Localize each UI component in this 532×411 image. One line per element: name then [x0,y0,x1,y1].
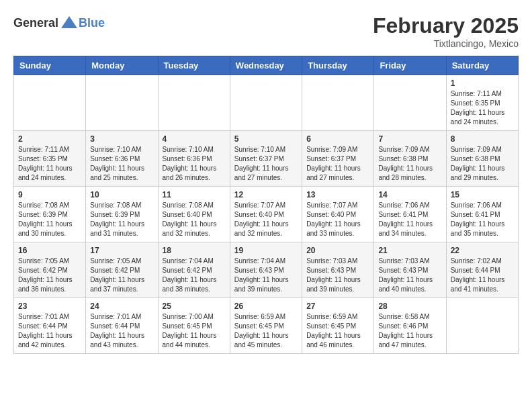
day-info: Sunrise: 7:07 AM Sunset: 6:40 PM Dayligh… [234,201,298,238]
calendar-cell: 5Sunrise: 7:10 AM Sunset: 6:37 PM Daylig… [230,131,302,187]
day-info: Sunrise: 7:00 AM Sunset: 6:45 PM Dayligh… [163,312,226,350]
calendar-cell [374,75,446,131]
day-info: Sunrise: 7:08 AM Sunset: 6:39 PM Dayligh… [18,201,81,238]
day-info: Sunrise: 7:06 AM Sunset: 6:41 PM Dayligh… [451,201,514,238]
calendar-cell: 16Sunrise: 7:05 AM Sunset: 6:42 PM Dayli… [14,242,86,298]
day-info: Sunrise: 7:10 AM Sunset: 6:37 PM Dayligh… [234,145,298,183]
day-number: 28 [378,302,441,311]
day-info: Sunrise: 7:08 AM Sunset: 6:40 PM Dayligh… [163,201,226,238]
calendar-header-friday: Friday [374,56,446,75]
calendar-cell: 13Sunrise: 7:07 AM Sunset: 6:40 PM Dayli… [302,187,374,242]
day-number: 23 [18,302,81,311]
calendar-cell: 7Sunrise: 7:09 AM Sunset: 6:38 PM Daylig… [374,131,446,187]
day-info: Sunrise: 7:11 AM Sunset: 6:35 PM Dayligh… [18,145,81,183]
day-info: Sunrise: 7:04 AM Sunset: 6:43 PM Dayligh… [234,257,298,294]
svg-marker-0 [61,16,77,28]
calendar-header-monday: Monday [86,56,158,75]
day-info: Sunrise: 7:07 AM Sunset: 6:40 PM Dayligh… [306,201,369,238]
calendar-cell: 26Sunrise: 6:59 AM Sunset: 6:45 PM Dayli… [230,298,302,354]
calendar-cell: 12Sunrise: 7:07 AM Sunset: 6:40 PM Dayli… [230,187,302,242]
calendar-cell: 23Sunrise: 7:01 AM Sunset: 6:44 PM Dayli… [14,298,86,354]
day-number: 26 [234,302,298,311]
day-number: 12 [234,190,298,199]
calendar-week-row: 23Sunrise: 7:01 AM Sunset: 6:44 PM Dayli… [14,298,519,354]
logo: General Blue [13,13,105,32]
day-number: 20 [306,246,369,255]
day-info: Sunrise: 7:09 AM Sunset: 6:38 PM Dayligh… [378,145,441,183]
day-number: 22 [451,246,514,255]
calendar-cell: 9Sunrise: 7:08 AM Sunset: 6:39 PM Daylig… [14,187,86,242]
calendar-cell [158,75,230,131]
calendar-week-row: 2Sunrise: 7:11 AM Sunset: 6:35 PM Daylig… [14,131,519,187]
month-title: February 2025 [373,13,519,38]
day-number: 25 [163,302,226,311]
day-number: 6 [306,134,369,144]
day-info: Sunrise: 7:03 AM Sunset: 6:43 PM Dayligh… [378,257,441,294]
day-info: Sunrise: 7:11 AM Sunset: 6:35 PM Dayligh… [451,89,514,127]
day-info: Sunrise: 7:05 AM Sunset: 6:42 PM Dayligh… [90,257,153,294]
calendar-cell: 10Sunrise: 7:08 AM Sunset: 6:39 PM Dayli… [86,187,158,242]
calendar-cell [446,298,518,354]
day-number: 11 [163,190,226,199]
day-number: 14 [378,190,441,199]
calendar-cell [86,75,158,131]
calendar-header-wednesday: Wednesday [230,56,302,75]
title-block: February 2025 Tixtlancingo, Mexico [373,13,519,49]
calendar-cell: 4Sunrise: 7:10 AM Sunset: 6:36 PM Daylig… [158,131,230,187]
calendar-cell: 11Sunrise: 7:08 AM Sunset: 6:40 PM Dayli… [158,187,230,242]
calendar-header-saturday: Saturday [446,56,518,75]
logo-text-blue: Blue [79,16,105,30]
day-number: 3 [90,134,153,144]
calendar-cell: 6Sunrise: 7:09 AM Sunset: 6:37 PM Daylig… [302,131,374,187]
day-info: Sunrise: 7:01 AM Sunset: 6:44 PM Dayligh… [18,312,81,350]
calendar-cell: 1Sunrise: 7:11 AM Sunset: 6:35 PM Daylig… [446,75,518,131]
day-number: 4 [163,134,226,144]
day-info: Sunrise: 7:01 AM Sunset: 6:44 PM Dayligh… [90,312,153,350]
calendar-cell: 27Sunrise: 6:59 AM Sunset: 6:45 PM Dayli… [302,298,374,354]
day-number: 8 [451,134,514,144]
calendar-cell [14,75,86,131]
calendar-header-row: SundayMondayTuesdayWednesdayThursdayFrid… [14,56,519,75]
page-header: General Blue February 2025 Tixtlancingo,… [13,13,519,49]
day-number: 5 [234,134,298,144]
day-info: Sunrise: 7:10 AM Sunset: 6:36 PM Dayligh… [90,145,153,183]
day-info: Sunrise: 6:58 AM Sunset: 6:46 PM Dayligh… [378,312,441,350]
calendar-cell [302,75,374,131]
calendar-cell [230,75,302,131]
day-info: Sunrise: 7:04 AM Sunset: 6:42 PM Dayligh… [163,257,226,294]
day-number: 17 [90,246,153,255]
day-info: Sunrise: 7:05 AM Sunset: 6:42 PM Dayligh… [18,257,81,294]
calendar-cell: 15Sunrise: 7:06 AM Sunset: 6:41 PM Dayli… [446,187,518,242]
calendar-header-tuesday: Tuesday [158,56,230,75]
day-info: Sunrise: 7:02 AM Sunset: 6:44 PM Dayligh… [451,257,514,294]
day-info: Sunrise: 7:10 AM Sunset: 6:36 PM Dayligh… [163,145,226,183]
calendar-cell: 18Sunrise: 7:04 AM Sunset: 6:42 PM Dayli… [158,242,230,298]
day-info: Sunrise: 7:09 AM Sunset: 6:38 PM Dayligh… [451,145,514,183]
day-number: 1 [451,79,514,88]
day-number: 7 [378,134,441,144]
calendar-week-row: 1Sunrise: 7:11 AM Sunset: 6:35 PM Daylig… [14,75,519,131]
calendar-cell: 24Sunrise: 7:01 AM Sunset: 6:44 PM Dayli… [86,298,158,354]
logo-icon [60,13,79,32]
day-number: 2 [18,134,81,144]
calendar-table: SundayMondayTuesdayWednesdayThursdayFrid… [13,56,519,354]
day-info: Sunrise: 7:09 AM Sunset: 6:37 PM Dayligh… [306,145,369,183]
calendar-cell: 17Sunrise: 7:05 AM Sunset: 6:42 PM Dayli… [86,242,158,298]
calendar-header-sunday: Sunday [14,56,86,75]
calendar-cell: 19Sunrise: 7:04 AM Sunset: 6:43 PM Dayli… [230,242,302,298]
day-number: 15 [451,190,514,199]
day-info: Sunrise: 7:08 AM Sunset: 6:39 PM Dayligh… [90,201,153,238]
calendar-cell: 8Sunrise: 7:09 AM Sunset: 6:38 PM Daylig… [446,131,518,187]
calendar-header-thursday: Thursday [302,56,374,75]
calendar-cell: 25Sunrise: 7:00 AM Sunset: 6:45 PM Dayli… [158,298,230,354]
calendar-cell: 20Sunrise: 7:03 AM Sunset: 6:43 PM Dayli… [302,242,374,298]
day-number: 16 [18,246,81,255]
day-number: 21 [378,246,441,255]
day-info: Sunrise: 6:59 AM Sunset: 6:45 PM Dayligh… [306,312,369,350]
day-info: Sunrise: 7:06 AM Sunset: 6:41 PM Dayligh… [378,201,441,238]
day-info: Sunrise: 6:59 AM Sunset: 6:45 PM Dayligh… [234,312,298,350]
logo-text-general: General [13,16,58,30]
calendar-cell: 22Sunrise: 7:02 AM Sunset: 6:44 PM Dayli… [446,242,518,298]
location-title: Tixtlancingo, Mexico [373,38,519,49]
day-number: 27 [306,302,369,311]
